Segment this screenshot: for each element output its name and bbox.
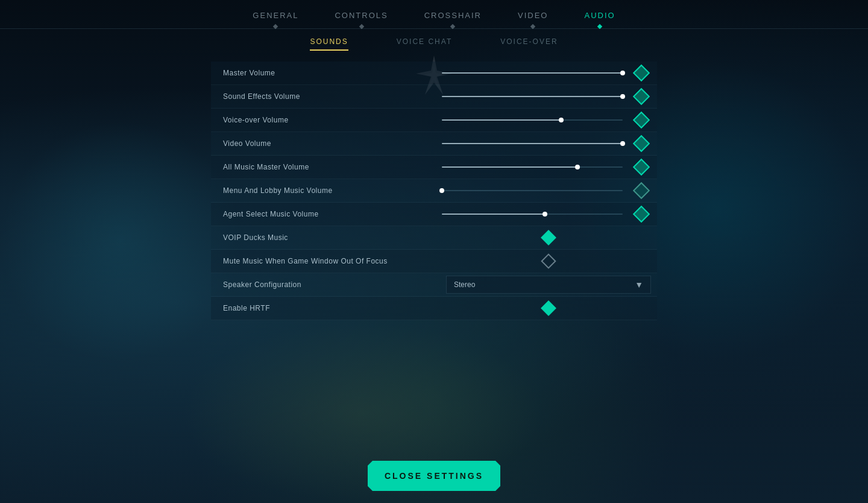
diamond-shape-mute_music_focus: [541, 253, 556, 268]
settings-row-voiceover_volume: Voice-over Volume: [211, 109, 657, 132]
control-voip_ducks_music: [440, 230, 657, 245]
dropdown-arrow-speaker_configuration: ▼: [635, 280, 643, 289]
slider-container-master_volume: [442, 72, 623, 74]
settings-row-voip_ducks_music: VOIP Ducks Music: [211, 226, 657, 250]
dropdown-value-speaker_configuration: Stereo: [454, 280, 475, 289]
control-voiceover_volume: [436, 110, 657, 130]
top-nav: GENERAL CONTROLS CROSSHAIR VIDEO AUDIO: [0, 0, 868, 28]
subnav-voice-chat[interactable]: VOICE CHAT: [397, 37, 452, 51]
control-mute_music_focus: [440, 254, 657, 268]
dropdown-area-speaker_configuration: Stereo▼: [446, 276, 651, 294]
settings-panel: Master VolumeSound Effects VolumeVoice-o…: [211, 62, 657, 320]
settings-row-menu_lobby_music_volume: Menu And Lobby Music Volume: [211, 179, 657, 203]
nav-video[interactable]: VIDEO: [518, 11, 548, 28]
slider-thumb-agent_select_music_volume[interactable]: [542, 212, 547, 217]
slider-track-video_volume[interactable]: [442, 143, 623, 144]
slider-track-sound_effects_volume[interactable]: [442, 96, 623, 97]
slider-track-all_music_master_volume[interactable]: [442, 166, 623, 168]
toggle-area-mute_music_focus: [446, 254, 651, 268]
reset-diamond-video_volume: [633, 135, 650, 152]
slider-container-all_music_master_volume: [442, 166, 623, 168]
reset-diamond-agent_select_music_volume: [633, 206, 650, 223]
slider-track-menu_lobby_music_volume[interactable]: [442, 190, 623, 191]
main-container: GENERAL CONTROLS CROSSHAIR VIDEO AUDIO S…: [0, 0, 868, 503]
nav-controls[interactable]: CONTROLS: [335, 11, 388, 28]
label-sound_effects_volume: Sound Effects Volume: [211, 92, 436, 101]
settings-row-all_music_master_volume: All Music Master Volume: [211, 156, 657, 179]
label-enable_hrtf: Enable HRTF: [211, 304, 440, 312]
slider-container-video_volume: [442, 143, 623, 144]
control-enable_hrtf: [440, 301, 657, 315]
diamond-shape-enable_hrtf: [541, 300, 556, 315]
slider-thumb-video_volume[interactable]: [620, 141, 625, 146]
label-speaker_configuration: Speaker Configuration: [211, 280, 440, 289]
slider-track-voiceover_volume[interactable]: [442, 119, 623, 121]
control-video_volume: [436, 134, 657, 153]
control-speaker_configuration: Stereo▼: [440, 276, 657, 294]
control-agent_select_music_volume: [436, 204, 657, 224]
slider-container-agent_select_music_volume: [442, 214, 623, 215]
settings-row-mute_music_focus: Mute Music When Game Window Out Of Focus: [211, 250, 657, 273]
dropdown-speaker_configuration[interactable]: Stereo▼: [446, 276, 651, 294]
slider-fill-video_volume: [442, 143, 623, 144]
reset-btn-master_volume[interactable]: [632, 63, 651, 83]
reset-diamond-voiceover_volume: [633, 112, 650, 128]
slider-thumb-sound_effects_volume[interactable]: [620, 94, 625, 99]
control-menu_lobby_music_volume: [436, 181, 657, 200]
slider-thumb-voiceover_volume[interactable]: [559, 118, 564, 122]
subnav-voice-over[interactable]: VOICE-OVER: [500, 37, 558, 51]
reset-btn-sound_effects_volume[interactable]: [632, 87, 651, 106]
toggle-voip_ducks_music[interactable]: [541, 230, 556, 245]
slider-fill-master_volume: [442, 72, 623, 74]
toggle-area-voip_ducks_music: [446, 230, 651, 245]
label-mute_music_focus: Mute Music When Game Window Out Of Focus: [211, 257, 440, 265]
reset-btn-video_volume[interactable]: [632, 134, 651, 153]
sub-nav: SOUNDS VOICE CHAT VOICE-OVER: [0, 29, 868, 55]
control-all_music_master_volume: [436, 157, 657, 177]
slider-thumb-all_music_master_volume[interactable]: [575, 165, 580, 169]
nav-audio[interactable]: AUDIO: [584, 11, 615, 28]
nav-general[interactable]: GENERAL: [253, 11, 298, 28]
slider-container-voiceover_volume: [442, 119, 623, 121]
reset-btn-all_music_master_volume[interactable]: [632, 157, 651, 177]
label-voiceover_volume: Voice-over Volume: [211, 116, 436, 124]
slider-fill-all_music_master_volume: [442, 166, 577, 168]
slider-fill-voiceover_volume: [442, 119, 561, 121]
slider-thumb-menu_lobby_music_volume[interactable]: [439, 188, 444, 193]
reset-diamond-master_volume: [633, 65, 650, 81]
diamond-shape-voip_ducks_music: [541, 230, 556, 245]
subnav-sounds[interactable]: SOUNDS: [310, 37, 348, 51]
settings-row-agent_select_music_volume: Agent Select Music Volume: [211, 203, 657, 226]
slider-track-master_volume[interactable]: [442, 72, 623, 74]
nav-crosshair[interactable]: CROSSHAIR: [424, 11, 482, 28]
label-master_volume: Master Volume: [211, 69, 436, 77]
reset-btn-menu_lobby_music_volume[interactable]: [632, 181, 651, 200]
label-all_music_master_volume: All Music Master Volume: [211, 163, 436, 171]
reset-diamond-sound_effects_volume: [633, 88, 650, 105]
settings-row-enable_hrtf: Enable HRTF: [211, 297, 657, 320]
label-agent_select_music_volume: Agent Select Music Volume: [211, 210, 436, 218]
settings-rows: Master VolumeSound Effects VolumeVoice-o…: [211, 62, 657, 320]
slider-track-agent_select_music_volume[interactable]: [442, 214, 623, 215]
settings-row-video_volume: Video Volume: [211, 132, 657, 156]
toggle-mute_music_focus[interactable]: [541, 254, 556, 268]
toggle-enable_hrtf[interactable]: [541, 301, 556, 315]
slider-thumb-master_volume[interactable]: [620, 71, 625, 75]
reset-diamond-all_music_master_volume: [633, 159, 650, 176]
label-menu_lobby_music_volume: Menu And Lobby Music Volume: [211, 186, 436, 195]
slider-fill-sound_effects_volume: [442, 96, 623, 97]
slider-fill-agent_select_music_volume: [442, 214, 545, 215]
reset-diamond-menu_lobby_music_volume: [633, 182, 650, 199]
settings-row-master_volume: Master Volume: [211, 62, 657, 85]
settings-row-speaker_configuration: Speaker ConfigurationStereo▼: [211, 273, 657, 297]
label-voip_ducks_music: VOIP Ducks Music: [211, 233, 440, 242]
toggle-area-enable_hrtf: [446, 301, 651, 315]
control-sound_effects_volume: [436, 87, 657, 106]
control-master_volume: [436, 63, 657, 83]
label-video_volume: Video Volume: [211, 139, 436, 148]
reset-btn-voiceover_volume[interactable]: [632, 110, 651, 130]
slider-container-menu_lobby_music_volume: [442, 190, 623, 191]
slider-container-sound_effects_volume: [442, 96, 623, 97]
reset-btn-agent_select_music_volume[interactable]: [632, 204, 651, 224]
settings-row-sound_effects_volume: Sound Effects Volume: [211, 85, 657, 109]
